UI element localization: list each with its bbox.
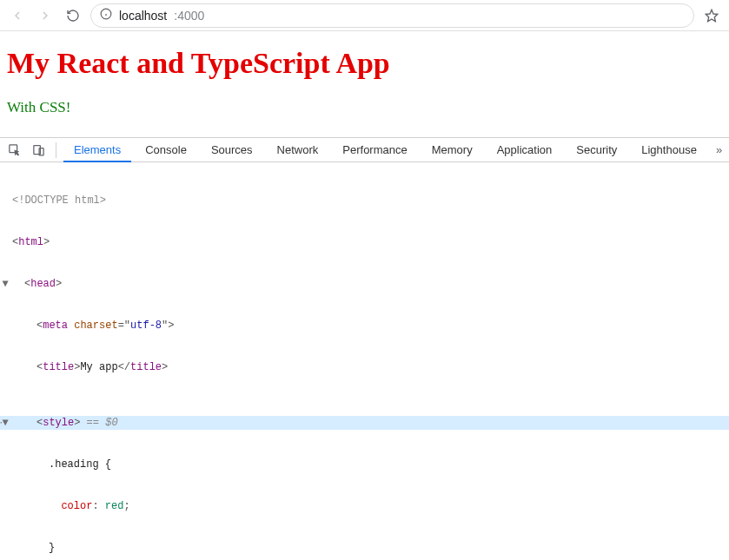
reload-button[interactable] (63, 5, 83, 26)
inspect-element-icon[interactable] (3, 140, 24, 161)
site-info-icon[interactable] (100, 8, 112, 23)
rendered-page: My React and TypeScript App With CSS! (0, 31, 729, 137)
tab-separator (56, 142, 56, 158)
dom-html-open[interactable]: <html> (0, 235, 729, 249)
dom-head-open[interactable]: ▼<head> (0, 277, 729, 291)
page-subtext: With CSS! (7, 99, 722, 116)
dom-title[interactable]: <title>My app</title> (0, 360, 729, 374)
elements-dom-tree[interactable]: <!DOCTYPE html> <html> ▼<head> <meta cha… (0, 162, 729, 560)
tab-elements[interactable]: Elements (63, 138, 131, 162)
back-button[interactable] (7, 5, 28, 26)
dom-doctype[interactable]: <!DOCTYPE html> (0, 194, 729, 208)
url-host: localhost (119, 9, 167, 23)
dom-style1-rule-prop[interactable]: color: red; (0, 499, 729, 513)
twisty-open-icon[interactable]: ▼ (0, 277, 10, 291)
tab-memory[interactable]: Memory (421, 138, 483, 162)
dom-style1-open[interactable]: ▼<style> == $0 (0, 416, 729, 430)
tab-application[interactable]: Application (487, 138, 563, 162)
svg-marker-3 (706, 10, 717, 21)
tab-lighthouse[interactable]: Lighthouse (631, 138, 707, 162)
tab-network[interactable]: Network (267, 138, 329, 162)
dom-meta[interactable]: <meta charset="utf-8"> (0, 319, 729, 333)
tab-security[interactable]: Security (566, 138, 627, 162)
device-toolbar-icon[interactable] (28, 140, 49, 161)
page-heading: My React and TypeScript App (7, 47, 722, 80)
tab-console[interactable]: Console (135, 138, 197, 162)
devtools-panel: Elements Console Sources Network Perform… (0, 137, 729, 560)
forward-button[interactable] (35, 5, 56, 26)
browser-toolbar: localhost:4000 (0, 0, 729, 31)
dom-style1-rule-sel[interactable]: .heading { (0, 458, 729, 471)
twisty-open-icon[interactable]: ▼ (0, 416, 10, 430)
tab-sources[interactable]: Sources (201, 138, 263, 162)
devtools-tabbar: Elements Console Sources Network Perform… (0, 138, 729, 162)
dom-style1-rule-close[interactable]: } (0, 541, 729, 555)
tab-performance[interactable]: Performance (332, 138, 417, 162)
bookmark-star-icon[interactable] (701, 5, 722, 26)
tab-overflow-icon[interactable]: » (711, 138, 727, 162)
url-port: :4000 (174, 9, 204, 23)
address-bar[interactable]: localhost:4000 (90, 3, 694, 28)
